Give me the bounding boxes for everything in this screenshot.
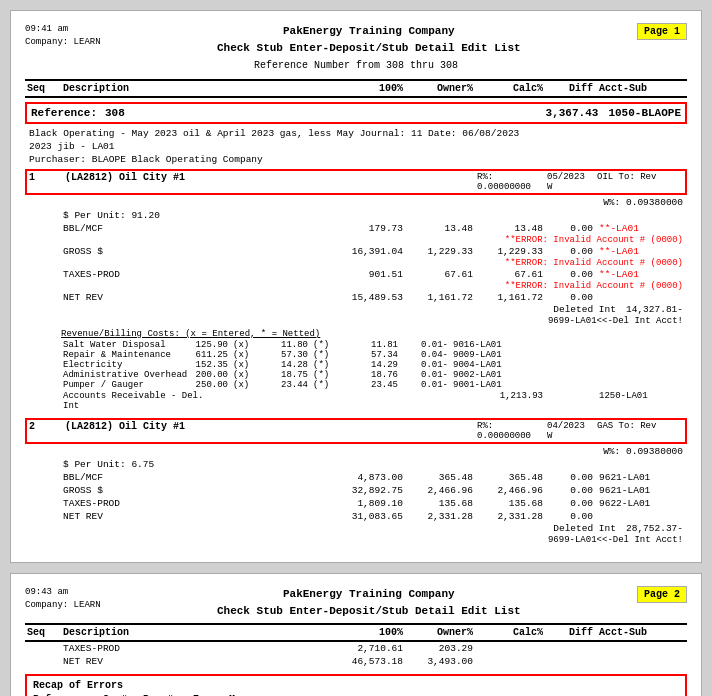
seq1-bbl: BBL/MCF 179.73 13.48 13.48 0.00 **-LA01 [25, 222, 687, 235]
seq1-period: 05/2023 W [545, 172, 595, 192]
ref-range: Reference Number from 308 thru 308 [25, 60, 687, 71]
seq2-netrev: NET REV 31,083.65 2,331.28 2,331.28 0.00 [25, 510, 687, 523]
accts-recv: Accounts Receivable - Del. Int 1,213.93 … [25, 390, 687, 412]
seq1-netrev: NET REV 15,489.53 1,161.72 1,161.72 0.00 [25, 291, 687, 304]
page2-taxes: TAXES-PROD 2,710.61 203.29 [25, 642, 687, 655]
journal-line: Black Operating - May 2023 oil & April 2… [29, 128, 687, 139]
seq2-num: 2 [27, 421, 63, 441]
cost-row-2: Electricity 152.35 (x) 14.28 (*) 14.29 0… [25, 360, 687, 370]
cost-row-4: Pumper / Gauger 250.00 (x) 23.44 (*) 23.… [25, 380, 687, 390]
col-calc: Calc% [477, 83, 547, 94]
col-owner: Owner% [407, 83, 477, 94]
ref-acct: 1050-BLAOPE [608, 107, 681, 119]
purchaser-line: Purchaser: BLAOPE Black Operating Compan… [29, 154, 687, 165]
cost-row-0: Salt Water Disposal 125.90 (x) 11.80 (*)… [25, 340, 687, 350]
page1-meta: 09:41 am Company: LEARN [25, 23, 101, 48]
page1-title: PakEnergy Training Company Check Stub En… [101, 23, 637, 56]
seq2-commodity: GAS To: Rev [595, 421, 685, 441]
seq2-bbl: BBL/MCF 4,873.00 365.48 365.48 0.00 9621… [25, 471, 687, 484]
seq2-delint: Deleted Int 28,752.37- [25, 523, 687, 534]
page2-meta: 09:43 am Company: LEARN [25, 586, 101, 611]
seq1-w: W%: 0.09380000 [25, 197, 687, 208]
col-100: 100% [337, 83, 407, 94]
seq2-w: W%: 0.09380000 [25, 446, 687, 457]
seq1-desc: (LA2812) Oil City #1 [63, 172, 335, 192]
seq1-gross: GROSS $ 16,391.04 1,229.33 1,229.33 0.00… [25, 245, 687, 258]
seq-2-block: 2 (LA2812) Oil City #1 R%: 0.00000000 04… [25, 418, 687, 546]
page1-badge: Page 1 [637, 23, 687, 40]
cost-row-3: Administrative Overhead 200.00 (x) 18.75… [25, 370, 687, 380]
seq2-r: R%: 0.00000000 [475, 421, 545, 441]
page1-time: 09:41 am [25, 23, 101, 36]
seq1-taxes-error: **ERROR: Invalid Account # (0000) [25, 281, 683, 291]
seq-1-block: 1 (LA2812) Oil City #1 R%: 0.00000000 05… [25, 169, 687, 412]
page2-badge: Page 2 [637, 586, 687, 603]
seq1-commodity: OIL To: Rev [595, 172, 685, 192]
seq1-delint-acct: 9699-LA01<<-Del Int Acct! [25, 315, 683, 327]
seq1-num: 1 [27, 172, 63, 192]
seq2-delint-acct: 9699-LA01<<-Del Int Acct! [25, 534, 683, 546]
col-desc: Description [61, 83, 337, 94]
ref-amount: 3,367.43 [546, 107, 599, 119]
seq1-bbl-error: **ERROR: Invalid Account # (0000) [25, 235, 683, 245]
ref-label: Reference: [31, 107, 97, 119]
col-seq: Seq [25, 83, 61, 94]
recap-title: Recap of Errors [33, 680, 679, 691]
seq1-delint: Deleted Int 14,327.81- [25, 304, 687, 315]
seq2-perunit: $ Per Unit: 6.75 [25, 458, 687, 471]
jib-line: 2023 jib - LA01 [29, 141, 687, 152]
seq2-gross: GROSS $ 32,892.75 2,466.96 2,466.96 0.00… [25, 484, 687, 497]
col-acct: Acct-Sub [597, 83, 687, 94]
page2-time: 09:43 am [25, 586, 101, 599]
page2-col-headers: Seq Description 100% Owner% Calc% Diff A… [25, 623, 687, 642]
costs-header: Revenue/Billing Costs: (x = Entered, * =… [61, 329, 687, 339]
col-headers: Seq Description 100% Owner% Calc% Diff A… [25, 79, 687, 98]
page-2: 09:43 am Company: LEARN PakEnergy Traini… [10, 573, 702, 696]
seq1-gross-error: **ERROR: Invalid Account # (0000) [25, 258, 683, 268]
seq1-taxes: TAXES-PROD 901.51 67.61 67.61 0.00 **-LA… [25, 268, 687, 281]
seq2-taxes: TAXES-PROD 1,809.10 135.68 135.68 0.00 9… [25, 497, 687, 510]
ref-number: 308 [105, 107, 125, 119]
reference-row: Reference: 308 3,367.43 1050-BLAOPE [25, 102, 687, 124]
seq2-period: 04/2023 W [545, 421, 595, 441]
page2-netrev: NET REV 46,573.18 3,493.00 [25, 655, 687, 668]
seq1-r: R%: 0.00000000 [475, 172, 545, 192]
page2-company: Company: LEARN [25, 599, 101, 612]
col-diff: Diff [547, 83, 597, 94]
page2-title: PakEnergy Training Company Check Stub En… [101, 586, 637, 619]
page-1: 09:41 am Company: LEARN PakEnergy Traini… [10, 10, 702, 563]
cost-row-1: Repair & Maintenance 611.25 (x) 57.30 (*… [25, 350, 687, 360]
page1-company: Company: LEARN [25, 36, 101, 49]
seq2-desc: (LA2812) Oil City #1 [63, 421, 335, 441]
seq1-perunit: $ Per Unit: 91.20 [25, 209, 687, 222]
recap-section: Recap of Errors Reference Seq# Page# Err… [25, 674, 687, 696]
